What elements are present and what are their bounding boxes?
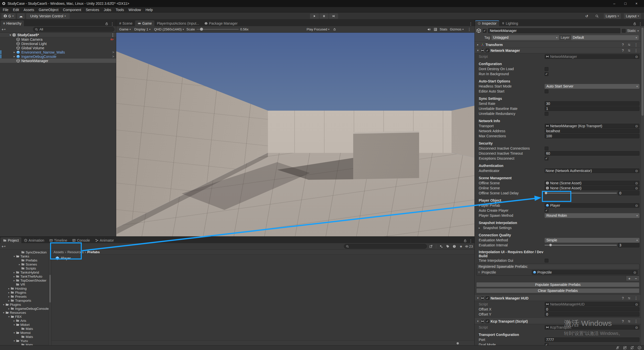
menu-tools[interactable]: Tools	[113, 7, 126, 13]
add-item-button[interactable]: +	[626, 276, 633, 281]
kebab-icon[interactable]: ⋮	[466, 27, 472, 32]
stats-toggle[interactable]: Stats	[439, 27, 447, 31]
hierarchy-item-NetworkManager[interactable]: NetworkManager	[0, 59, 116, 63]
chevron-right-icon[interactable]: >	[112, 55, 114, 58]
hierarchy-scene-row[interactable]: ▾ StudyCase5* ⋮	[0, 33, 116, 37]
breadcrumb-item-assets[interactable]: Assets	[54, 250, 64, 254]
help-icon[interactable]: ?	[620, 319, 625, 324]
hierarchy-search[interactable]	[33, 27, 114, 32]
vsync-grid-icon[interactable]	[433, 27, 438, 32]
object-picker-icon[interactable]: ⊙	[634, 302, 639, 306]
foldout-icon[interactable]: ▾	[13, 331, 16, 334]
project-folder-Presets[interactable]: ▸Presets	[0, 294, 51, 298]
project-folder-IngameDebugConsole[interactable]: ▸IngameDebugConsole	[0, 307, 51, 311]
checkbox[interactable]	[545, 259, 548, 262]
foldout-icon[interactable]: ▸	[7, 287, 11, 290]
foldout-icon[interactable]: ▸	[13, 51, 16, 54]
component-header[interactable]: ▾ ✓ Kcp Transport (Script) ? ⋮	[475, 318, 641, 324]
kebab-icon[interactable]: ⋮	[637, 22, 643, 26]
project-folder-Yuzu[interactable]: ▾Yuzu	[0, 339, 51, 343]
button-populate-spawnable-prefabs[interactable]: Populate Spawnable Prefabs	[476, 282, 639, 287]
project-folder-Midori[interactable]: ▾Midori	[0, 323, 51, 327]
object-picker-icon[interactable]: ⊙	[632, 271, 637, 274]
project-search[interactable]	[344, 244, 427, 249]
kebab-icon[interactable]: ⋮	[633, 319, 639, 324]
chevron-right-icon[interactable]: >	[112, 50, 114, 54]
tab-timeline[interactable]: Timeline	[47, 237, 70, 243]
menu-component[interactable]: Component	[61, 7, 83, 13]
object-field[interactable]: Player⊙	[545, 203, 639, 208]
hidden-count-button[interactable]: 23	[465, 244, 473, 249]
text-field[interactable]: 100	[545, 134, 639, 138]
game-view-dropdown[interactable]: Game▾	[118, 27, 132, 32]
kebab-icon[interactable]: ⋮	[468, 239, 474, 243]
tab-scene[interactable]: #Scene	[117, 20, 135, 26]
add-object-button[interactable]: + ▾	[2, 27, 6, 31]
kebab-icon[interactable]: ⋮	[633, 48, 639, 53]
resolution-dropdown[interactable]: QHD (2560x1440)▾	[153, 27, 185, 32]
project-folder-Scenes[interactable]: ▸Scenes	[0, 262, 51, 266]
open-in-window-icon[interactable]	[428, 244, 433, 249]
object-field[interactable]: Projectile⊙	[532, 270, 638, 275]
slider[interactable]	[545, 191, 617, 195]
foldout-icon[interactable]: ▾	[9, 33, 12, 37]
minimize-button[interactable]: –	[609, 0, 620, 7]
text-field[interactable]: 60	[545, 151, 639, 156]
project-folder-Prefabs[interactable]: Prefabs	[0, 258, 51, 262]
slider-value-field[interactable]: 0	[618, 191, 639, 195]
kebab-icon[interactable]: ⋮	[468, 22, 474, 26]
object-field[interactable]: NetworkManagerHUD⊙	[545, 302, 639, 307]
tab-inspector[interactable]: Inspector	[475, 20, 499, 26]
kebab-icon[interactable]: ⋮	[633, 296, 639, 300]
component-header[interactable]: ▾ ✓ Network Manager ? ⋮	[475, 48, 641, 53]
checkbox[interactable]: ✓	[545, 209, 548, 212]
step-button[interactable]	[329, 13, 338, 19]
project-folder-Transports[interactable]: ▸Transports	[0, 298, 51, 302]
checkbox[interactable]: ✓	[545, 157, 548, 160]
foldout-icon[interactable]: ▸	[7, 291, 11, 294]
project-folder-VR[interactable]: VR	[0, 282, 51, 286]
foldout-icon[interactable]: ▾	[476, 320, 479, 323]
hierarchy-search-input[interactable]	[39, 27, 112, 31]
search-button[interactable]	[593, 13, 601, 19]
object-picker-icon[interactable]: ⊙	[634, 326, 639, 329]
text-field[interactable]: 0	[545, 312, 639, 317]
project-folder-Mats[interactable]: Mats	[0, 343, 51, 345]
kebab-icon[interactable]: ⋮	[109, 22, 115, 26]
object-field[interactable]: NetworkManager⊙	[545, 54, 639, 59]
presets-icon[interactable]	[627, 296, 632, 301]
add-asset-button[interactable]: + ▾	[2, 244, 6, 248]
tab-animator[interactable]: Animator	[93, 237, 116, 243]
warning-filter-icon[interactable]	[452, 244, 457, 249]
text-field[interactable]: 7777	[545, 337, 639, 342]
foldout-icon[interactable]: ▸	[13, 279, 16, 282]
project-folder-Mats[interactable]: Mats	[0, 335, 51, 339]
hierarchy-item-Global Volume[interactable]: Global Volume	[0, 46, 116, 50]
text-field[interactable]: 30	[545, 101, 639, 106]
project-folder-Scripts[interactable]: Scripts	[0, 266, 51, 270]
component-enabled-checkbox[interactable]: ✓	[486, 296, 489, 300]
foldout-icon[interactable]: ▸	[13, 271, 16, 274]
drag-handle[interactable]: =	[478, 270, 480, 274]
foldout-icon[interactable]: ▾	[476, 49, 479, 52]
project-folder-Mats[interactable]: Mats	[0, 327, 51, 331]
maximize-button[interactable]: □	[620, 0, 631, 7]
foldout-icon[interactable]: ▾	[13, 255, 16, 258]
tab-animation[interactable]: Animation	[21, 237, 47, 243]
display-dropdown[interactable]: Display 1▾	[133, 27, 152, 32]
component-enabled-checkbox[interactable]: ✓	[486, 49, 489, 52]
tab-playerinputactions-input-[interactable]: PlayerInputActions (Input...	[154, 20, 202, 26]
object-picker-icon[interactable]: ⊙	[634, 181, 639, 185]
hierarchy-item-Environment_Narrow_Walls[interactable]: ▸Environment_Narrow_Walls>	[0, 50, 116, 54]
list-item[interactable]: =Projectile Projectile⊙	[476, 269, 639, 275]
debug-bug-icon[interactable]	[332, 27, 337, 32]
game-viewport[interactable]	[116, 33, 474, 236]
gameobject-name-field[interactable]: NetworkManager	[488, 28, 620, 33]
checkbox[interactable]	[545, 67, 548, 71]
checkbox[interactable]	[545, 112, 548, 116]
kebab-icon[interactable]: ⋮	[110, 33, 116, 37]
object-picker-icon[interactable]: ⊙	[634, 186, 639, 190]
hierarchy-item-Main Camera[interactable]: Main Camera	[0, 37, 116, 41]
tab-game[interactable]: Game	[135, 20, 154, 26]
object-picker-icon[interactable]: ⊙	[634, 124, 639, 128]
